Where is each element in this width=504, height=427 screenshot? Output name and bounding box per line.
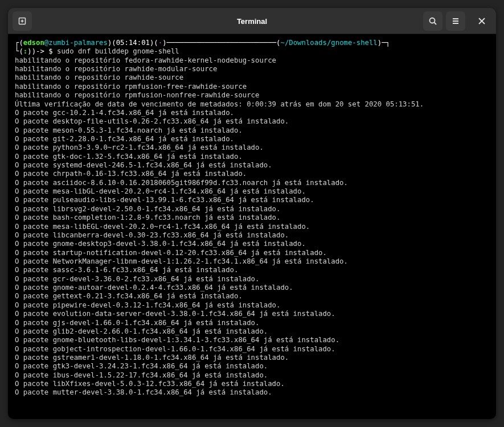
- output-line: O pacote meson-0.55.3-1.fc34.noarch já e…: [15, 126, 489, 135]
- output-line: O pacote NetworkManager-libnm-devel-1:1.…: [15, 257, 489, 266]
- output-line: O pacote systemd-devel-246.5-1.fc34.x86_…: [15, 161, 489, 170]
- output-line: O pacote mesa-libEGL-devel-20.2.0~rc4-1.…: [15, 223, 489, 231]
- hamburger-icon: [451, 17, 460, 26]
- output-line: habilitando o repositório rpmfusion-nonf…: [15, 91, 489, 100]
- output-container: habilitando o repositório fedora-rawhide…: [15, 56, 489, 397]
- output-line: O pacote evolution-data-server-devel-3.3…: [15, 310, 489, 318]
- output-line: O pacote bash-completion-1:2.8-9.fc33.no…: [15, 214, 489, 222]
- output-line: O pacote gobject-introspection-devel-1.6…: [15, 345, 489, 354]
- output-line: habilitando o repositório fedora-rawhide…: [15, 56, 489, 65]
- output-line: O pacote chrpath-0.16-13.fc33.x86_64 já …: [15, 170, 489, 178]
- output-line: O pacote pipewire-devel-0.3.12-1.fc34.x8…: [15, 301, 489, 310]
- svg-line-4: [434, 22, 436, 24]
- command-text: sudo dnf builddep gnome-shell: [57, 47, 179, 55]
- output-line: O pacote gstreamer1-devel-1.18.0-1.fc34.…: [15, 354, 489, 362]
- output-line: O pacote gjs-devel-1.66.0-1.fc34.x86_64 …: [15, 319, 489, 327]
- output-line: Última verificação de data de vencimento…: [15, 100, 489, 109]
- svg-point-3: [429, 18, 435, 23]
- window-title: Terminal: [237, 17, 267, 26]
- output-line: O pacote gnome-bluetooth-libs-devel-1:3.…: [15, 336, 489, 344]
- output-line: O pacote python3-3.9.0~rc2-1.fc34.x86_64…: [15, 143, 489, 152]
- terminal-output[interactable]: ┌(edson@zumbi-palmares)(05:14:01)(·)────…: [8, 34, 496, 419]
- terminal-window: Terminal: [8, 8, 496, 419]
- output-line: O pacote ibus-devel-1.5.22-17.fc34.x86_6…: [15, 371, 489, 380]
- titlebar: Terminal: [8, 8, 496, 34]
- output-line: habilitando o repositório rawhide-modula…: [15, 65, 489, 73]
- output-line: O pacote desktop-file-utils-0.26-2.fc33.…: [15, 117, 489, 126]
- output-line: O pacote librsvg2-devel-2.50.0-1.fc34.x8…: [15, 205, 489, 214]
- new-tab-button[interactable]: [13, 11, 32, 31]
- output-line: O pacote sassc-3.6.1-6.fc33.x86_64 já es…: [15, 266, 489, 274]
- close-icon: [478, 17, 486, 25]
- output-line: O pacote git-2.28.0-1.fc34.x86_64 já est…: [15, 135, 489, 143]
- output-line: O pacote libcanberra-devel-0.30-23.fc33.…: [15, 231, 489, 240]
- output-line: O pacote mutter-devel-3.38.0-1.fc34.x86_…: [15, 388, 489, 397]
- close-button[interactable]: [472, 11, 491, 31]
- menu-button[interactable]: [446, 11, 465, 31]
- output-line: O pacote gnome-desktop3-devel-3.38.0-1.f…: [15, 240, 489, 248]
- output-line: O pacote pulseaudio-libs-devel-13.99.1-6…: [15, 196, 489, 204]
- new-tab-icon: [18, 17, 27, 26]
- output-line: habilitando o repositório rawhide-source: [15, 73, 489, 82]
- output-line: O pacote gettext-0.21-3.fc34.x86_64 já e…: [15, 292, 489, 301]
- output-line: O pacote glib2-devel-2.66.0-1.fc34.x86_6…: [15, 327, 489, 336]
- output-line: habilitando o repositório rpmfusion-free…: [15, 83, 489, 91]
- output-line: O pacote gtk-doc-1.32-5.fc34.x86_64 já e…: [15, 153, 489, 161]
- search-icon: [428, 17, 437, 26]
- output-line: O pacote gcr-devel-3.36.0-2.fc33.x86_64 …: [15, 275, 489, 284]
- output-line: O pacote asciidoc-8.6.10-0.16.20180605gi…: [15, 179, 489, 187]
- output-line: O pacote gtk3-devel-3.24.23-1.fc34.x86_6…: [15, 362, 489, 371]
- search-button[interactable]: [423, 11, 442, 31]
- output-line: O pacote startup-notification-devel-0.12…: [15, 249, 489, 257]
- output-line: O pacote gcc-10.2.1-4.fc34.x86_64 já est…: [15, 109, 489, 117]
- prompt-line-2: └(:))-> $ sudo dnf builddep gnome-shell: [15, 47, 489, 56]
- output-line: O pacote gnome-autoar-devel-0.2.4-4.fc33…: [15, 284, 489, 292]
- output-line: O pacote mesa-libGL-devel-20.2.0~rc4-1.f…: [15, 187, 489, 196]
- prompt-line-1: ┌(edson@zumbi-palmares)(05:14:01)(·)────…: [15, 39, 489, 47]
- output-line: O pacote libXfixes-devel-5.0.3-12.fc33.x…: [15, 380, 489, 388]
